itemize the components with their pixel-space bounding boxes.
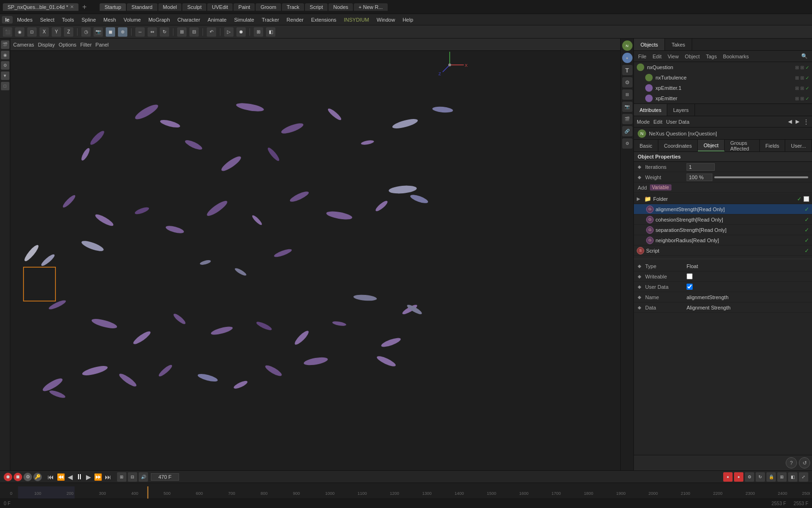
obj-tool-bookmarks[interactable]: Bookmarks <box>720 53 751 60</box>
tool-snap2[interactable]: ⊟ <box>189 27 199 37</box>
go-start-button[interactable]: ⏮ <box>47 473 54 481</box>
layout-tab-track[interactable]: Track <box>282 3 304 11</box>
vt-options[interactable]: Options <box>59 42 77 48</box>
left-tool-cameras[interactable]: 🎬 <box>1 40 9 49</box>
tool-z-axis[interactable]: Z <box>64 27 73 37</box>
vt-cameras[interactable]: Cameras <box>13 42 34 48</box>
attr-tab-attributes[interactable]: Attributes <box>634 104 667 116</box>
userdata-checkbox[interactable] <box>687 284 693 290</box>
object-row-xpemitter1[interactable]: xpEmitter.1 ⊞ ⊞ ✓ <box>634 83 812 93</box>
close-tab-icon[interactable]: ✕ <box>70 4 74 9</box>
tool-y-axis[interactable]: Y <box>52 27 61 37</box>
menu-insydium[interactable]: INSYDIUM <box>341 16 373 24</box>
script-row[interactable]: S Script ✓ <box>634 246 812 256</box>
vt-panel[interactable]: Panel <box>95 42 109 48</box>
obj-search-icon[interactable]: 🔍 <box>799 52 810 60</box>
help-icon[interactable]: ? <box>786 457 797 468</box>
tool-texture-mode[interactable]: ⊡ <box>27 27 37 37</box>
attr-options-icon[interactable]: ⋮ <box>803 118 809 125</box>
left-tool-filter[interactable]: ▼ <box>1 71 9 80</box>
new-tab-button[interactable]: + <box>80 3 88 11</box>
key-button[interactable]: ⚙ <box>23 473 32 481</box>
ri-sphere-icon[interactable]: ● <box>622 53 632 63</box>
separation-strength-row[interactable]: G separationStrength[Read Only] ✓ <box>634 225 812 235</box>
menu-spline[interactable]: Spline <box>78 16 99 24</box>
layout-tab-standard[interactable]: Standard <box>127 3 157 11</box>
attr-forward-icon[interactable]: ▶ <box>796 119 799 125</box>
prop-tab-coordinates[interactable]: Coordinates <box>658 140 698 151</box>
prop-tab-user[interactable]: User... <box>785 140 812 151</box>
attr-userdata[interactable]: User Data <box>666 119 690 125</box>
menu-animate[interactable]: Animate <box>204 16 230 24</box>
layout-tab-paint[interactable]: Paint <box>234 3 255 11</box>
ri-link-icon[interactable]: 🔗 <box>622 126 632 136</box>
prop-tab-basic[interactable]: Basic <box>634 140 658 151</box>
tl-keyframe1[interactable]: ● <box>723 472 733 482</box>
layout-tab-groom[interactable]: Groom <box>256 3 281 11</box>
ri-text-icon[interactable]: T <box>622 65 632 75</box>
object-row-nxturbulence[interactable]: nxTurbulence ⊞ ⊞ ✓ <box>634 72 812 83</box>
pause-button[interactable]: ⏸ <box>76 473 83 481</box>
obj-tool-tags[interactable]: Tags <box>703 53 719 60</box>
objects-tab[interactable]: Objects <box>634 39 665 50</box>
tool-camera[interactable]: 📷 <box>94 27 103 37</box>
cohesion-strength-row[interactable]: G cohesionStrength[Read Only] ✓ <box>634 214 812 225</box>
object-row-xpemitter[interactable]: xpEmitter ⊞ ⊞ ✓ <box>634 93 812 103</box>
prev-frame-button[interactable]: ◀ <box>68 473 73 481</box>
writeable-checkbox[interactable] <box>687 273 693 279</box>
frame-counter[interactable] <box>151 473 179 481</box>
layout-tab-startup[interactable]: Startup <box>100 3 125 11</box>
tool-scale[interactable]: ⇔ <box>148 27 157 37</box>
alignment-strength-row[interactable]: G alignmentStrength[Read Only] ✓ <box>634 204 812 214</box>
tool-move2[interactable]: ↔ <box>135 27 145 37</box>
layout-tab-new[interactable]: + New R... <box>354 3 388 11</box>
auto-key-button[interactable]: 🔑 <box>33 473 42 481</box>
record-button[interactable]: ⏺ <box>4 473 12 481</box>
prop-tab-fields[interactable]: Fields <box>760 140 785 151</box>
vt-display[interactable]: Display <box>38 42 55 48</box>
tool-snap[interactable]: ⊞ <box>177 27 187 37</box>
menu-extensions[interactable]: Extensions <box>308 16 340 24</box>
menu-tracker[interactable]: Tracker <box>258 16 282 24</box>
tool-render-region[interactable]: ◷ <box>81 27 91 37</box>
timeline-ruler[interactable]: 0 100 200 300 400 500 600 700 800 900 10… <box>0 483 812 499</box>
step-back-button[interactable]: ⏪ <box>57 473 65 481</box>
menu-volume[interactable]: Volume <box>120 16 144 24</box>
stop-button[interactable]: ⏹ <box>14 473 22 481</box>
menu-simulate[interactable]: Simulate <box>231 16 258 24</box>
ri-camera-icon[interactable]: 📷 <box>622 102 632 112</box>
prop-tab-object[interactable]: Object <box>698 140 725 151</box>
neighbor-radius-row[interactable]: G neighborRadius[Read Only] ✓ <box>634 235 812 246</box>
folder-expand-icon[interactable]: ▶ <box>637 196 642 201</box>
tool-object-select[interactable]: ◼ <box>106 27 115 37</box>
layout-tab-script[interactable]: Script <box>305 3 328 11</box>
go-end-button[interactable]: ⏭ <box>105 473 111 481</box>
tl-sync[interactable]: ↻ <box>756 472 765 482</box>
file-tab[interactable]: SP_nxQues...ble_01.c4d * ✕ <box>3 3 78 11</box>
menu-mesh[interactable]: Mesh <box>100 16 119 24</box>
menu-select[interactable]: Select <box>37 16 58 24</box>
obj-tool-view[interactable]: View <box>665 53 681 60</box>
menu-window[interactable]: Window <box>374 16 398 24</box>
ri-settings-icon[interactable]: ⚙ <box>622 138 632 149</box>
tool-rotate[interactable]: ↻ <box>160 27 169 37</box>
vt-filter[interactable]: Filter <box>80 42 92 48</box>
tl-keyframe2[interactable]: ● <box>734 472 743 482</box>
reset-icon[interactable]: ↺ <box>799 457 810 468</box>
tl-layout2[interactable]: ⊟ <box>128 472 137 482</box>
variable-badge[interactable]: Variable <box>650 184 671 190</box>
layout-tab-sculpt[interactable]: Sculpt <box>182 3 206 11</box>
viewport-canvas[interactable]: X Y Z <box>10 51 620 470</box>
tl-more2[interactable]: ◧ <box>788 472 797 482</box>
step-forward-button[interactable]: ⏩ <box>94 473 102 481</box>
weight-slider[interactable] <box>714 176 808 178</box>
menu-render[interactable]: Render <box>283 16 307 24</box>
tl-lock[interactable]: 🔒 <box>766 472 776 482</box>
tool-interactive-render[interactable]: ⏺ <box>236 27 246 37</box>
layout-tab-model[interactable]: Model <box>158 3 182 11</box>
tool-display[interactable]: ◧ <box>266 27 275 37</box>
tool-render[interactable]: ▷ <box>224 27 234 37</box>
folder-row[interactable]: ▶ 📁 Folder ✓ <box>634 194 812 204</box>
attr-tab-layers[interactable]: Layers <box>667 104 695 116</box>
left-tool-panel[interactable]: □ <box>1 82 9 90</box>
